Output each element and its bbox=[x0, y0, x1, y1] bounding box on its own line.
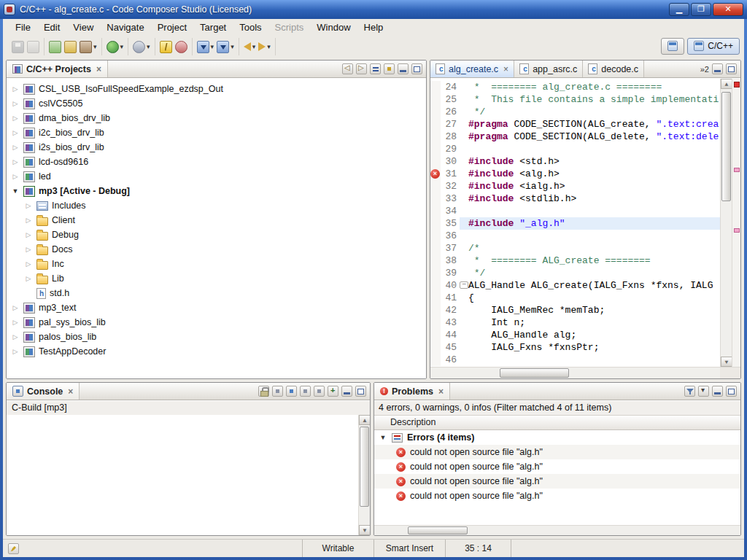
scroll-lock-button[interactable] bbox=[272, 386, 283, 397]
scroll-up-icon[interactable]: ▲ bbox=[721, 79, 732, 89]
collapsed-arrow-icon[interactable]: ▷ bbox=[11, 333, 20, 341]
problems-horizontal-scrollbar[interactable] bbox=[374, 525, 740, 535]
editor-tab[interactable]: alg_create.c× bbox=[430, 61, 514, 77]
code-line[interactable]: 46 bbox=[430, 354, 720, 366]
tree-item[interactable]: ▷Inc bbox=[7, 257, 426, 271]
display-console-button[interactable] bbox=[314, 386, 325, 397]
menu-project[interactable]: Project bbox=[151, 20, 193, 34]
scrollbar-thumb[interactable] bbox=[408, 526, 468, 534]
problem-row[interactable]: ×could not open source file "alg.h" bbox=[374, 489, 740, 503]
menu-scripts[interactable]: Scripts bbox=[268, 20, 311, 34]
problem-row[interactable]: ×could not open source file "alg.h" bbox=[374, 445, 740, 459]
problems-group-row[interactable]: ▼Errors (4 items) bbox=[374, 430, 740, 445]
forward-button[interactable] bbox=[356, 63, 367, 74]
editor-horizontal-scrollbar[interactable] bbox=[430, 367, 720, 378]
editor-vertical-scrollbar[interactable]: ▲ ▼ bbox=[720, 79, 732, 367]
code-line[interactable]: 29 bbox=[430, 143, 720, 155]
code-line[interactable]: 37/* bbox=[430, 242, 720, 254]
new-target-config-button[interactable] bbox=[49, 41, 61, 53]
code-line[interactable]: 33#include <stdlib.h> bbox=[430, 192, 720, 205]
scrollbar-thumb[interactable] bbox=[360, 427, 369, 507]
tab-overflow-indicator[interactable]: »2 bbox=[697, 65, 712, 74]
titlebar[interactable]: C/C++ - alg_create.c - Code Composer Stu… bbox=[0, 0, 747, 19]
collapsed-arrow-icon[interactable]: ▷ bbox=[11, 348, 20, 355]
import-button[interactable] bbox=[64, 41, 77, 53]
collapsed-arrow-icon[interactable]: ▷ bbox=[24, 260, 33, 268]
collapsed-arrow-icon[interactable]: ▷ bbox=[24, 231, 33, 238]
filter-button[interactable] bbox=[684, 386, 695, 397]
tree-item[interactable]: ▷CSL_USB_IsoFullSpeedExample_ezdsp_Out bbox=[7, 82, 426, 96]
minimize-button[interactable] bbox=[712, 63, 723, 74]
collapsed-arrow-icon[interactable]: ▷ bbox=[11, 158, 20, 166]
print-button[interactable] bbox=[27, 41, 39, 53]
console-view-tab[interactable]: Console × bbox=[7, 383, 80, 400]
collapse-all-button[interactable] bbox=[370, 63, 381, 74]
code-line[interactable]: 28#pragma CODE_SECTION(ALG_delete, ".tex… bbox=[430, 131, 720, 143]
lock-button[interactable] bbox=[258, 386, 269, 397]
collapsed-arrow-icon[interactable]: ▷ bbox=[11, 114, 20, 122]
code-line[interactable]: 39 */ bbox=[430, 267, 720, 279]
scrollbar-thumb[interactable] bbox=[500, 368, 569, 378]
projects-close-icon[interactable]: × bbox=[96, 64, 101, 74]
collapsed-arrow-icon[interactable]: ▷ bbox=[11, 129, 20, 136]
maximize-button[interactable] bbox=[411, 63, 422, 74]
tree-item[interactable]: ▷Docs bbox=[7, 242, 426, 257]
menu-target[interactable]: Target bbox=[193, 20, 233, 34]
run-button[interactable]: ▾ bbox=[133, 41, 150, 53]
collapsed-arrow-icon[interactable]: ▷ bbox=[11, 173, 20, 180]
tree-item[interactable]: ▷led bbox=[7, 169, 426, 184]
code-line[interactable]: 35#include "_alg.h" bbox=[430, 217, 720, 230]
dropdown-caret-icon[interactable]: ▾ bbox=[231, 43, 234, 50]
console-scrollbar[interactable]: ▲ ▼ bbox=[358, 415, 370, 535]
code-line[interactable]: 36 bbox=[430, 230, 720, 242]
error-overview-marker[interactable] bbox=[734, 82, 740, 88]
collapsed-arrow-icon[interactable]: ▷ bbox=[24, 217, 33, 224]
minimize-button[interactable]: ▁ bbox=[669, 3, 689, 16]
forward-button[interactable]: ▾ bbox=[258, 42, 271, 51]
minimize-button[interactable] bbox=[398, 63, 409, 74]
console-close-icon[interactable]: × bbox=[68, 386, 73, 397]
occurrence-marker[interactable] bbox=[734, 168, 740, 172]
menu-edit[interactable]: Edit bbox=[37, 20, 66, 34]
save-button[interactable] bbox=[12, 41, 24, 53]
code-line[interactable]: 41{ bbox=[430, 292, 720, 304]
build-button[interactable]: ▾ bbox=[80, 41, 97, 53]
menu-window[interactable]: Window bbox=[310, 20, 357, 34]
view-menu-button[interactable] bbox=[698, 386, 709, 397]
collapsed-arrow-icon[interactable]: ▷ bbox=[11, 304, 20, 311]
dropdown-caret-icon[interactable]: ▾ bbox=[211, 43, 214, 50]
scroll-up-icon[interactable]: ▲ bbox=[359, 415, 371, 425]
scrollbar-thumb[interactable] bbox=[721, 92, 731, 201]
probe-button[interactable] bbox=[175, 41, 187, 53]
dropdown-caret-icon[interactable]: ▾ bbox=[93, 43, 97, 50]
code-line[interactable]: 38 * ======== ALG_create ======== bbox=[430, 254, 720, 267]
tree-item[interactable]: ▷dma_bios_drv_lib bbox=[7, 111, 426, 125]
tree-item[interactable]: ▷Includes bbox=[7, 198, 426, 213]
expanded-arrow-icon[interactable]: ▼ bbox=[379, 434, 387, 441]
scroll-down-icon[interactable]: ▼ bbox=[359, 525, 371, 535]
close-button[interactable]: ✕ bbox=[713, 3, 743, 16]
console-output[interactable]: ▲ ▼ bbox=[7, 415, 370, 535]
pin-console-button[interactable] bbox=[300, 386, 311, 397]
tree-item[interactable]: ▷mp3_text bbox=[7, 300, 426, 315]
fast-view-icon[interactable] bbox=[8, 543, 19, 554]
clear-console-button[interactable] bbox=[286, 386, 297, 397]
maximize-button[interactable] bbox=[726, 386, 737, 397]
step-over-button[interactable]: ▾ bbox=[217, 41, 234, 53]
collapsed-arrow-icon[interactable]: ▷ bbox=[24, 246, 33, 253]
description-column-header[interactable]: Description bbox=[374, 416, 740, 430]
step-into-button[interactable]: ▾ bbox=[197, 41, 214, 53]
dropdown-caret-icon[interactable]: ▾ bbox=[252, 43, 256, 50]
collapsed-arrow-icon[interactable]: ▷ bbox=[24, 202, 33, 209]
tree-item[interactable]: ▷i2c_bios_drv_lib bbox=[7, 125, 426, 140]
editor-body[interactable]: 24 * ======== alg_create.c ========25 * … bbox=[430, 79, 740, 367]
debug-button[interactable]: ▾ bbox=[107, 41, 124, 53]
code-line[interactable]: 42 IALG_MemRec *memTab; bbox=[430, 304, 720, 316]
scroll-down-icon[interactable]: ▼ bbox=[721, 357, 732, 367]
expanded-arrow-icon[interactable]: ▼ bbox=[11, 187, 20, 195]
editor-tab[interactable]: app_asrc.c bbox=[514, 61, 583, 77]
collapsed-arrow-icon[interactable]: ▷ bbox=[11, 319, 20, 326]
code-line[interactable]: ×31#include <alg.h> bbox=[430, 168, 720, 180]
problems-view-tab[interactable]: ! Problems × bbox=[374, 383, 450, 400]
flash-button[interactable] bbox=[160, 41, 172, 53]
